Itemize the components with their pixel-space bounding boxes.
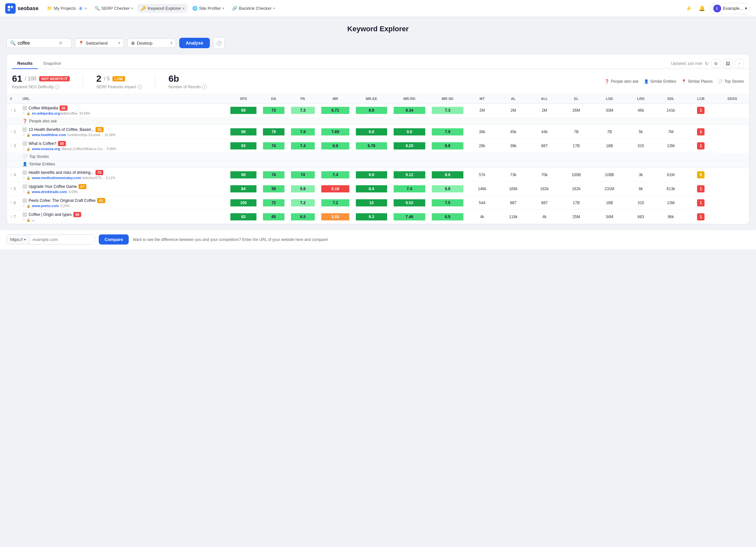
tab-snapshot[interactable]: Snapshot xyxy=(38,58,66,69)
serp-feature-row: ❓ People also ask xyxy=(7,118,749,125)
col-lrd: LRD xyxy=(626,94,655,104)
chevron-icon: ▾ xyxy=(24,238,26,241)
table-row: ⠿ 1 Coffee Wikipedia 85 ⠿ 🔒 xyxy=(7,104,749,118)
nav-site-profiler[interactable]: 🌐 Site Profiler ▾ xyxy=(189,4,227,13)
compare-button[interactable]: Compare xyxy=(99,235,129,245)
metric-mr: 7.4 xyxy=(288,139,318,153)
metric-sdl: 6k xyxy=(626,182,655,196)
col-el: EL xyxy=(560,94,593,104)
metric-al: 38k xyxy=(467,125,498,139)
metric-mr-rd: 9.3 xyxy=(353,210,390,224)
metric-pa: 79 xyxy=(260,125,288,139)
url-cell: What is Coffee? 30 ⠿ 🔒 www.ncausa.org /A… xyxy=(19,139,227,153)
metric-da: 84 xyxy=(227,182,260,196)
feature-tags: ❓ People also ask 👤 Similar Entities 📍 S… xyxy=(604,79,744,84)
url-cell: 13 Health Benefits of Coffee, Based... 5… xyxy=(19,125,227,139)
protocol-dropdown[interactable]: https:// ▾ xyxy=(7,235,29,244)
nav-serp-checker[interactable]: 🔍 SERP Checker ▾ xyxy=(91,4,136,13)
metric-sdl: 663 xyxy=(626,210,655,224)
nav-keyword-explorer[interactable]: 🔑 Keyword Explorer ▾ xyxy=(138,4,188,13)
clear-button[interactable]: ✕ xyxy=(59,40,63,46)
info-icon[interactable]: i xyxy=(202,85,207,89)
location-dropdown[interactable]: 📍 Switzerland ▾ xyxy=(75,38,124,48)
metric-da: 100 xyxy=(227,196,260,210)
tab-actions: Updated: just now ↻ ⚙ 🖼 ↑ xyxy=(671,59,744,68)
metric-sdss: 1 xyxy=(686,104,715,118)
metric-al: 544 xyxy=(467,196,498,210)
metric-sdss: 2 xyxy=(686,125,715,139)
metric-mt: 7.3 xyxy=(429,104,466,118)
chevron-down-icon: ▾ xyxy=(745,6,747,11)
table-row: ⠿ 4 Health benefits and risks of drinkin… xyxy=(7,168,749,182)
nav-my-projects[interactable]: 📁 My Projects 4 ▾ xyxy=(44,4,90,13)
nav-backlink-checker[interactable]: 🔗 Backlink Checker ▾ xyxy=(229,4,278,13)
row-num: ⠿ 3 xyxy=(7,139,19,153)
stories-icon: 📄 xyxy=(718,79,723,84)
download-icon[interactable]: ↑ xyxy=(735,59,744,68)
metric-mr-sd: 9.8 xyxy=(390,125,429,139)
metric-sdl: 46k xyxy=(626,104,655,118)
url-cell: Coffee Wikipedia 85 ⠿ 🔒 en.wikipedia.org… xyxy=(19,104,227,118)
metric-lcb: 7M xyxy=(655,125,687,139)
analyse-button[interactable]: Analyse xyxy=(179,38,210,48)
device-dropdown[interactable]: 🖥 Desktop ▾ xyxy=(127,38,176,48)
col-pa: PA xyxy=(288,94,318,104)
refresh-icon[interactable]: ↻ xyxy=(705,61,709,66)
question-icon: ❓ xyxy=(22,119,27,123)
stat-results-count: 6b Number of Results i xyxy=(168,74,207,89)
lock-icon: 🔒 xyxy=(26,190,30,194)
metric-lsd: 25M xyxy=(560,210,593,224)
col-all: ALL xyxy=(529,94,560,104)
col-mr-rd: MR-RD xyxy=(390,94,429,104)
metric-mr-ee: 7.2 xyxy=(318,196,353,210)
serp-feature-row: 👤 Similar Entities xyxy=(7,161,749,168)
metric-sdss: 1 xyxy=(686,210,715,224)
keyword-input[interactable] xyxy=(18,40,57,46)
metric-al: 57k xyxy=(467,168,498,182)
favicon xyxy=(22,141,27,146)
feature-similar-entities[interactable]: 👤 Similar Entities xyxy=(644,79,676,84)
col-sps: SPS xyxy=(227,94,260,104)
history-button[interactable]: 🕐 xyxy=(213,37,225,49)
metric-mr-sd: 8.34 xyxy=(390,104,429,118)
logo-text: seobase xyxy=(18,6,38,11)
metric-all: 887 xyxy=(498,196,529,210)
places-icon: 📍 xyxy=(681,79,686,84)
table-row: ⠿ 6 Peets Cofee: The Original Craft Coff… xyxy=(7,196,749,210)
image-icon[interactable]: 🖼 xyxy=(723,59,732,68)
feature-top-stories[interactable]: 📄 Top Stories xyxy=(718,79,744,84)
row-num: ⠿ 4 xyxy=(7,168,19,182)
metric-mr-rd: 8.9 xyxy=(353,104,390,118)
keyword-input-wrap: 🔍 ✕ xyxy=(7,38,72,48)
settings-icon[interactable]: ⚙ xyxy=(711,59,720,68)
metric-lrd: 34M xyxy=(592,210,626,224)
avatar: E xyxy=(713,5,721,12)
info-icon[interactable]: i xyxy=(138,85,142,89)
account-button[interactable]: E Example... ▾ xyxy=(710,3,751,14)
notifications-button[interactable]: 🔔 xyxy=(697,3,707,14)
activity-button[interactable]: ⚡ xyxy=(684,3,694,14)
favicon xyxy=(22,184,27,189)
stat-divider xyxy=(83,75,83,88)
favicon xyxy=(22,212,27,217)
compare-url-input[interactable] xyxy=(29,235,95,244)
metric-lrd: 108B xyxy=(592,168,626,182)
metric-lsd: 162k xyxy=(560,182,593,196)
metric-al: 28k xyxy=(467,139,498,153)
metric-lsd: 17B xyxy=(560,139,593,153)
lock-icon: 🔒 xyxy=(26,218,30,222)
metric-all: 73k xyxy=(498,168,529,182)
metric-mt: 7.5 xyxy=(429,196,466,210)
lock-icon: 🔒 xyxy=(26,147,30,151)
metric-lsd: 26M xyxy=(560,104,593,118)
metric-mr: 6.5 xyxy=(288,210,318,224)
feature-people-also-ask[interactable]: ❓ People also ask xyxy=(604,79,639,84)
feature-similar-places[interactable]: 📍 Similar Places xyxy=(681,79,713,84)
metric-lcb: 96k xyxy=(655,210,687,224)
metric-sdl: 3k xyxy=(626,168,655,182)
chevron-icon: ▾ xyxy=(85,7,87,10)
metric-lrd: 7B xyxy=(592,125,626,139)
metric-da: 93 xyxy=(227,139,260,153)
tab-results[interactable]: Results xyxy=(12,58,38,69)
info-icon[interactable]: i xyxy=(55,85,60,89)
